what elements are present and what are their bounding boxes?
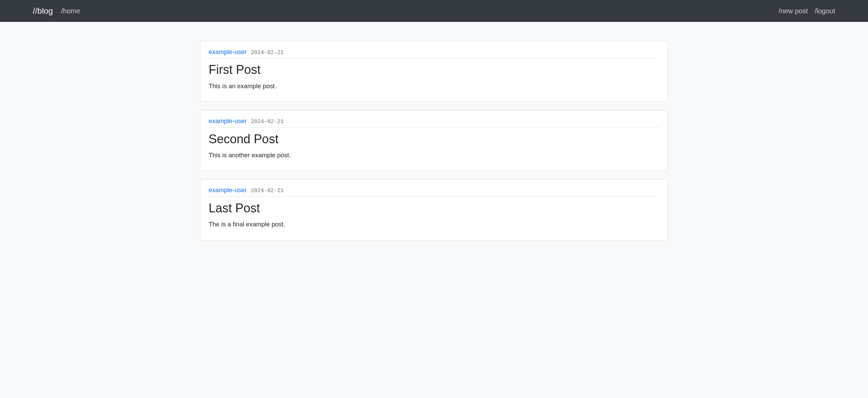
post-body: This is an example post. bbox=[209, 81, 659, 91]
post-card: example-user 2024-02-21 Last Post The is… bbox=[200, 179, 668, 240]
brand-link[interactable]: //blog bbox=[33, 6, 53, 16]
post-card: example-user 2024-02-21 Second Post This… bbox=[200, 110, 668, 171]
post-date: 2024-02-21 bbox=[251, 119, 284, 125]
posts-container: example-user 2024-02-21 First Post This … bbox=[195, 22, 673, 254]
post-author-link[interactable]: example-user bbox=[209, 48, 247, 56]
post-card: example-user 2024-02-21 First Post This … bbox=[200, 41, 668, 102]
navbar-right: /new post /logout bbox=[778, 7, 863, 15]
navbar-left: //blog /home bbox=[5, 6, 80, 16]
post-date: 2024-02-21 bbox=[251, 50, 284, 56]
new-post-link[interactable]: /new post bbox=[778, 7, 808, 15]
post-meta: example-user 2024-02-21 bbox=[209, 48, 659, 58]
post-author-link[interactable]: example-user bbox=[209, 186, 247, 194]
post-title: Last Post bbox=[209, 201, 659, 215]
post-meta: example-user 2024-02-21 bbox=[209, 186, 659, 196]
post-title: First Post bbox=[209, 62, 659, 77]
post-meta: example-user 2024-02-21 bbox=[209, 117, 659, 127]
logout-link[interactable]: /logout bbox=[815, 7, 835, 15]
navbar: //blog /home /new post /logout bbox=[0, 0, 868, 22]
post-body: This is another example post. bbox=[209, 150, 659, 160]
post-body: The is a final example post. bbox=[209, 220, 659, 229]
post-author-link[interactable]: example-user bbox=[209, 117, 247, 125]
post-title: Second Post bbox=[209, 132, 659, 146]
home-link[interactable]: /home bbox=[61, 7, 80, 15]
post-date: 2024-02-21 bbox=[251, 188, 284, 194]
